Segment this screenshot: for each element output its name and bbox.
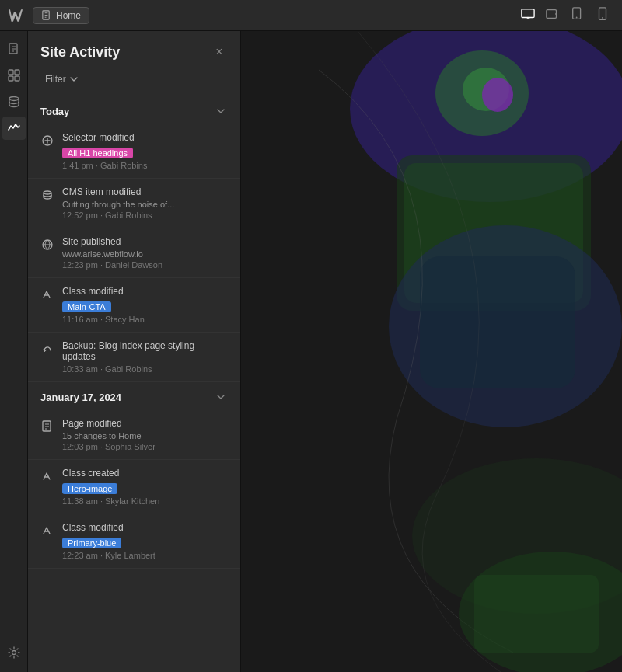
home-label: Home xyxy=(56,10,81,21)
activity-item-body: Page modified 15 changes to Home 12:03 p… xyxy=(62,418,228,451)
activity-item-class-modified-cta[interactable]: Class modified Main-CTA 11:16 am · Stacy… xyxy=(28,278,240,333)
activity-item-cms-modified[interactable]: CMS item modified Cutting through the no… xyxy=(28,179,240,228)
section-collapse-today[interactable] xyxy=(214,104,228,118)
svg-point-14 xyxy=(12,651,16,655)
activity-panel-header: Site Activity × xyxy=(28,31,240,68)
item-title: CMS item modified xyxy=(62,186,228,197)
activity-item-body: Site published www.arise.webflow.io 12:2… xyxy=(62,236,228,270)
main-layout: Site Activity × Filter Today xyxy=(0,31,622,672)
svg-point-5 xyxy=(576,16,578,18)
item-tag: Main-CTA xyxy=(62,301,111,312)
publish-icon xyxy=(40,238,54,252)
item-title: Class modified xyxy=(62,286,228,297)
item-meta: 10:33 am · Gabi Robins xyxy=(62,364,228,374)
svg-point-3 xyxy=(555,13,557,15)
tablet-portrait-viewport-btn[interactable] xyxy=(571,7,585,24)
activity-scroll-area[interactable]: Today Selector modified All H1 xyxy=(28,96,240,672)
canvas-artwork xyxy=(241,31,622,672)
sidebar-icon-activity[interactable] xyxy=(2,117,26,140)
icon-sidebar xyxy=(0,31,28,672)
viewport-controls xyxy=(521,7,616,24)
activity-item-body: Selector modified All H1 headings 1:41 p… xyxy=(62,132,228,170)
svg-rect-27 xyxy=(420,256,575,388)
backup-icon xyxy=(40,342,54,356)
item-meta: 11:16 am · Stacy Han xyxy=(62,315,228,324)
selector-icon xyxy=(40,134,54,148)
activity-item-class-modified-primary[interactable]: Class modified Primary-blue 12:23 am · K… xyxy=(28,514,240,569)
section-collapse-jan17[interactable] xyxy=(214,390,228,404)
sidebar-icon-settings[interactable] xyxy=(2,641,26,664)
item-desc: Cutting through the noise of... xyxy=(62,200,228,209)
svg-rect-9 xyxy=(9,70,13,75)
activity-item-body: Class modified Primary-blue 12:23 am · K… xyxy=(62,522,228,560)
item-meta: 11:38 am · Skylar Kitchen xyxy=(62,496,228,506)
activity-item-class-created-hero[interactable]: Class created Hero-image 11:38 am · Skyl… xyxy=(28,460,240,514)
svg-point-13 xyxy=(9,97,19,101)
activity-item-body: Class created Hero-image 11:38 am · Skyl… xyxy=(62,468,228,506)
section-header-today: Today xyxy=(28,96,240,124)
item-title: Page modified xyxy=(62,418,228,429)
activity-item-page-modified[interactable]: Page modified 15 changes to Home 12:03 p… xyxy=(28,410,240,460)
filter-button[interactable]: Filter xyxy=(40,71,228,87)
svg-rect-10 xyxy=(15,70,19,75)
class-icon xyxy=(40,287,54,301)
mobile-viewport-btn[interactable] xyxy=(596,7,610,24)
activity-close-button[interactable]: × xyxy=(211,44,228,61)
class-mod-icon xyxy=(40,524,54,538)
item-title: Selector modified xyxy=(62,132,228,143)
cms-icon xyxy=(40,188,54,202)
item-title: Site published xyxy=(62,236,228,247)
activity-title: Site Activity xyxy=(40,44,120,61)
file-icon xyxy=(41,10,51,20)
activity-item-site-published[interactable]: Site published www.arise.webflow.io 12:2… xyxy=(28,228,240,278)
svg-point-16 xyxy=(44,191,51,194)
webflow-logo[interactable] xyxy=(6,5,28,26)
page-mod-icon xyxy=(40,420,54,433)
item-tag: Primary-blue xyxy=(62,538,121,548)
item-desc: www.arise.webflow.io xyxy=(62,249,228,259)
item-title: Backup: Blog index page styling updates xyxy=(62,340,228,362)
item-tag: All H1 headings xyxy=(62,148,133,158)
activity-item-body: CMS item modified Cutting through the no… xyxy=(62,186,228,220)
item-title: Class modified xyxy=(62,522,228,533)
tablet-landscape-viewport-btn[interactable] xyxy=(546,7,560,24)
svg-rect-11 xyxy=(9,76,13,81)
item-title: Class created xyxy=(62,468,228,479)
svg-point-23 xyxy=(482,78,513,112)
sidebar-icon-pages[interactable] xyxy=(2,37,26,61)
svg-rect-30 xyxy=(474,575,599,653)
home-button[interactable]: Home xyxy=(33,7,89,24)
section-title-jan17: January 17, 2024 xyxy=(40,392,121,403)
item-meta: 1:41 pm · Gabi Robins xyxy=(62,161,228,170)
activity-item-body: Class modified Main-CTA 11:16 am · Stacy… xyxy=(62,286,228,324)
sidebar-icon-cms[interactable] xyxy=(2,90,26,113)
item-meta: 12:03 pm · Sophia Silver xyxy=(62,442,228,451)
item-meta: 12:23 am · Kyle Lambert xyxy=(62,551,228,560)
topbar: Home xyxy=(0,0,622,31)
activity-item-backup[interactable]: Backup: Blog index page styling updates … xyxy=(28,333,240,382)
svg-rect-1 xyxy=(522,9,534,17)
activity-panel: Site Activity × Filter Today xyxy=(28,31,241,672)
svg-rect-2 xyxy=(547,9,557,18)
activity-item-selector-modified[interactable]: Selector modified All H1 headings 1:41 p… xyxy=(28,124,240,179)
sidebar-icon-assets[interactable] xyxy=(2,64,26,87)
desktop-viewport-btn[interactable] xyxy=(521,7,535,24)
item-desc: 15 changes to Home xyxy=(62,431,228,440)
chevron-down-icon xyxy=(69,75,79,84)
item-meta: 12:52 pm · Gabi Robins xyxy=(62,211,228,220)
activity-item-body: Backup: Blog index page styling updates … xyxy=(62,340,228,374)
item-meta: 12:23 pm · Daniel Dawson xyxy=(62,260,228,270)
item-tag: Hero-image xyxy=(62,483,117,494)
class-created-icon xyxy=(40,469,54,483)
section-title-today: Today xyxy=(40,106,69,117)
section-header-jan17: January 17, 2024 xyxy=(28,382,240,410)
svg-point-7 xyxy=(602,17,603,19)
filter-label: Filter xyxy=(45,74,66,85)
filter-row: Filter xyxy=(28,68,240,96)
canvas-area[interactable] xyxy=(241,31,622,672)
svg-rect-12 xyxy=(15,76,19,81)
